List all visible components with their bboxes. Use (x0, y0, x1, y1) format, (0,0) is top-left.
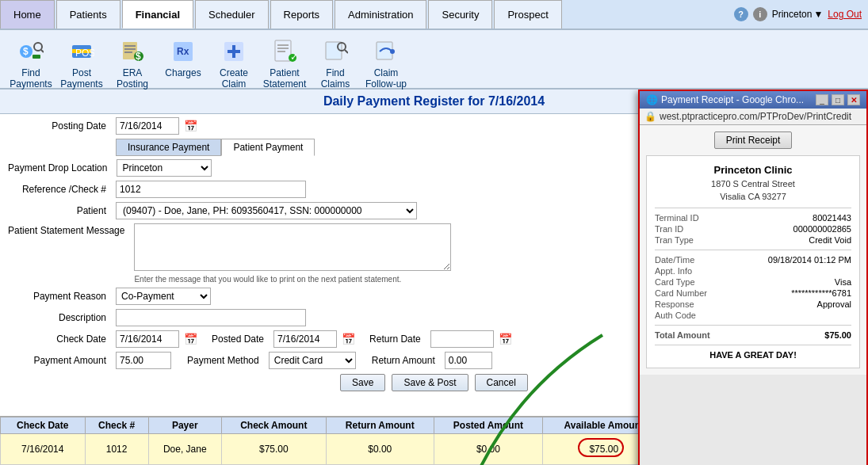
patient-statement-icon: ✓ (270, 37, 299, 66)
col-return-amount: Return Amount (326, 417, 434, 434)
description-input[interactable] (116, 309, 306, 326)
posted-date-label: Posted Date (212, 334, 264, 345)
toolbar-claim-followup[interactable]: Claim Follow-up (361, 33, 411, 93)
check-date-input[interactable] (116, 330, 179, 348)
nav-tab-scheduler[interactable]: Scheduler (195, 0, 269, 29)
save-post-button[interactable]: Save & Post (392, 374, 468, 391)
svg-rect-21 (277, 48, 289, 49)
post-payments-icon: POST (67, 37, 96, 66)
payment-drop-location-select[interactable]: Princeton (117, 159, 212, 177)
col-check-num: Check # (85, 417, 148, 434)
toolbar-patient-statement[interactable]: ✓ Patient Statement (260, 33, 309, 93)
check-date-calendar-icon[interactable]: 📅 (184, 333, 197, 345)
terminal-id-label: Terminal ID (655, 213, 722, 223)
receipt-address2: Visalia CA 93277 (655, 192, 851, 201)
patient-select[interactable]: (09407) - Doe, Jane, PH: 6093560417, SSN… (116, 202, 417, 219)
insurance-payment-tab[interactable]: Insurance Payment (116, 139, 221, 156)
row-check-amount: $75.00 (221, 434, 326, 465)
tran-id-value: 000000002865 (793, 224, 851, 234)
posting-date-calendar-icon[interactable]: 📅 (184, 120, 197, 132)
maximize-button[interactable]: □ (832, 94, 844, 105)
receipt-card: Princeton Clinic 1870 S Central Street V… (646, 155, 860, 368)
facility-select[interactable]: Princeton ▼ (772, 9, 824, 20)
col-payer: Payer (148, 417, 221, 434)
description-label: Description (8, 312, 111, 323)
payment-drop-location-label: Payment Drop Location (8, 162, 112, 173)
return-date-calendar-icon[interactable]: 📅 (499, 333, 512, 345)
receipt-titlebar: 🌐 Payment Receipt - Google Chro... _ □ ✕ (640, 91, 866, 109)
nav-tab-reports[interactable]: Reports (270, 0, 334, 29)
col-check-date: Check Date (1, 417, 86, 434)
return-amount-label: Return Amount (372, 355, 435, 366)
nav-tab-prospect[interactable]: Prospect (494, 0, 561, 29)
info-icon[interactable]: i (753, 7, 767, 21)
posted-date-calendar-icon[interactable]: 📅 (342, 333, 355, 345)
return-amount-input[interactable] (445, 352, 492, 369)
receipt-body: Print Receipt Princeton Clinic 1870 S Ce… (640, 125, 866, 375)
receipt-address1: 1870 S Central Street (655, 179, 851, 189)
svg-point-3 (34, 43, 42, 51)
svg-rect-10 (124, 48, 136, 50)
tran-type-label: Tran Type (655, 235, 722, 245)
response-label: Response (655, 299, 722, 309)
nav-tab-home[interactable]: Home (0, 0, 55, 29)
nav-tab-financial[interactable]: Financial (122, 0, 193, 29)
toolbar-create-claim[interactable]: Create Claim (209, 33, 258, 93)
help-icon[interactable]: ? (734, 7, 748, 21)
tran-id-label: Tran ID (655, 224, 722, 234)
posting-date-input[interactable] (116, 117, 179, 135)
card-number-value: ************6781 (791, 288, 851, 298)
create-claim-icon (220, 37, 248, 66)
row-check-num: 1012 (85, 434, 148, 465)
payment-reason-label: Payment Reason (8, 291, 111, 302)
claim-followup-icon (372, 37, 400, 66)
save-button[interactable]: Save (340, 374, 385, 391)
toolbar-find-claims[interactable]: Find Claims (311, 33, 360, 93)
card-type-label: Card Type (655, 277, 722, 287)
charges-icon: Rx (169, 37, 197, 66)
close-button[interactable]: ✕ (847, 94, 860, 105)
cancel-button[interactable]: Cancel (475, 374, 528, 391)
toolbar-find-payments[interactable]: $ Find Payments (6, 33, 55, 93)
url-icon: 🔒 (644, 111, 656, 122)
payment-method-select[interactable]: Credit Card Cash Check Other (269, 352, 356, 369)
logout-link[interactable]: Log Out (828, 9, 862, 20)
nav-tab-administration[interactable]: Administration (335, 0, 426, 29)
col-check-amount: Check Amount (221, 417, 326, 434)
receipt-footer: HAVE A GREAT DAY! (655, 350, 851, 360)
svg-rect-1 (33, 55, 40, 59)
total-amount-value: $75.00 (824, 330, 851, 340)
find-claims-icon (321, 37, 350, 66)
row-return-amount: $0.00 (326, 434, 434, 465)
payment-amount-input[interactable] (116, 352, 171, 369)
nav-tab-security[interactable]: Security (428, 0, 492, 29)
minimize-button[interactable]: _ (816, 94, 828, 105)
patient-payment-tab[interactable]: Patient Payment (221, 139, 315, 156)
find-payments-label: Find Payments (10, 67, 52, 90)
card-type-value: Visa (835, 277, 851, 287)
posted-date-input[interactable] (273, 330, 337, 348)
svg-line-27 (345, 50, 348, 53)
svg-text:$: $ (23, 46, 29, 57)
svg-rect-22 (277, 51, 285, 52)
payment-reason-select[interactable]: Co-Payment Deductible Coinsurance Other (116, 288, 211, 305)
auth-code-label: Auth Code (655, 311, 722, 320)
date-time-value: 09/18/2014 01:12 PM (768, 255, 851, 265)
patient-statement-label: Patient Statement (263, 67, 307, 90)
svg-point-29 (390, 49, 395, 54)
toolbar-era-posting[interactable]: $ ERA Posting (108, 33, 157, 93)
appt-info-label: Appt. Info (655, 266, 722, 276)
row-posted-amount: $0.00 (434, 434, 543, 465)
svg-rect-18 (228, 50, 240, 53)
reference-check-input[interactable] (116, 181, 306, 198)
statement-textarea[interactable] (134, 223, 451, 271)
return-date-input[interactable] (430, 330, 494, 348)
toolbar-post-payments[interactable]: POST Post Payments (57, 33, 106, 93)
receipt-title: 🌐 Payment Receipt - Google Chro... (646, 94, 804, 105)
facility-dropdown-icon[interactable]: ▼ (813, 9, 823, 20)
nav-tab-patients[interactable]: Patients (56, 0, 120, 29)
print-receipt-button[interactable]: Print Receipt (714, 131, 793, 149)
row-payer: Doe, Jane (148, 434, 221, 465)
toolbar-charges[interactable]: Rx Charges (159, 33, 208, 82)
svg-line-4 (41, 50, 44, 52)
